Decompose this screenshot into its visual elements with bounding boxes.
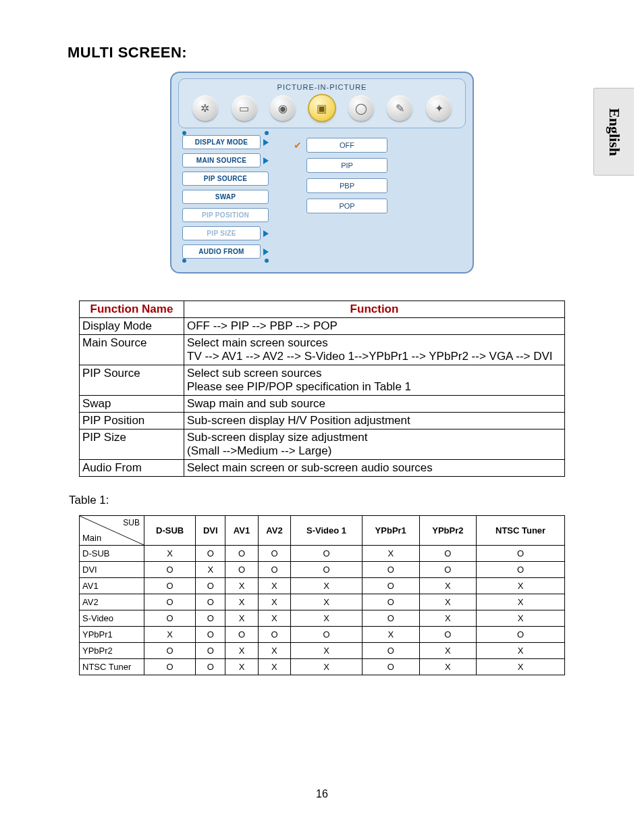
matrix-cell: O <box>362 643 419 659</box>
menu-item-label: SWAP <box>182 190 269 204</box>
fn-desc-cell: Select sub screen sourcesPlease see PIP/… <box>184 365 565 396</box>
option-row[interactable]: PBP <box>293 178 387 193</box>
matrix-row-header: DVI <box>80 562 144 578</box>
menu-item[interactable]: PIP POSITION <box>182 208 269 222</box>
table-row: Display ModeOFF --> PIP --> PBP --> POP <box>80 318 565 335</box>
matrix-cell: X <box>258 578 290 594</box>
table-row: PIP SizeSub-screen display size adjustme… <box>80 429 565 460</box>
matrix-cell: O <box>258 546 290 562</box>
matrix-col-header: NTSC Tuner <box>477 516 565 546</box>
matrix-cell: X <box>225 659 258 675</box>
matrix-row-header: AV2 <box>80 594 144 610</box>
option-label: PIP <box>306 158 387 173</box>
matrix-cell: O <box>291 546 363 562</box>
matrix-cell: O <box>362 594 419 610</box>
table-row: S-VideoOOXXXOXX <box>80 610 565 627</box>
option-row[interactable]: PIP <box>293 158 387 173</box>
matrix-cell: O <box>477 627 565 643</box>
matrix-cell: O <box>196 659 225 675</box>
menu-item[interactable]: AUDIO FROM <box>182 244 269 259</box>
option-row[interactable]: ✔OFF <box>293 138 387 153</box>
table-row: Main SourceSelect main screen sourcesTV … <box>80 335 565 365</box>
fn-name-cell: PIP Position <box>80 413 184 429</box>
table-row: PIP PositionSub-screen display H/V Posit… <box>80 413 565 429</box>
matrix-cell: X <box>291 659 363 675</box>
option-row[interactable]: POP <box>293 199 387 213</box>
corner-dot-icon <box>265 259 269 263</box>
matrix-cell: X <box>144 627 196 643</box>
matrix-cell: O <box>291 562 363 578</box>
matrix-cell: O <box>258 627 290 643</box>
menu-item[interactable]: DISPLAY MODE <box>182 135 269 149</box>
picture-mode-icon[interactable]: ✲ <box>192 95 218 121</box>
corner-dot-icon <box>182 259 186 263</box>
option-label: OFF <box>306 138 387 153</box>
audio-icon[interactable]: ◉ <box>270 95 296 121</box>
matrix-cell: X <box>419 643 477 659</box>
matrix-cell: O <box>419 562 477 578</box>
matrix-cell: O <box>419 627 477 643</box>
menu-item-label: MAIN SOURCE <box>182 153 261 167</box>
menu-item[interactable]: PIP SIZE <box>182 226 269 240</box>
menu-item-label: PIP SOURCE <box>182 172 269 186</box>
matrix-cell: X <box>477 578 565 594</box>
matrix-cell: X <box>477 643 565 659</box>
table-row: NTSC TunerOOXXXOXX <box>80 659 565 675</box>
tools-icon[interactable]: ✎ <box>387 95 412 121</box>
table-row: Audio FromSelect main screen or sub-scre… <box>80 460 565 477</box>
option-label: PBP <box>306 178 387 193</box>
submenu-arrow-icon <box>263 157 269 164</box>
matrix-cell: X <box>225 578 258 594</box>
menu-item[interactable]: PIP SOURCE <box>182 172 269 186</box>
option-label: POP <box>306 199 387 213</box>
matrix-cell: X <box>419 578 477 594</box>
matrix-cell: X <box>144 546 196 562</box>
fn-name-cell: PIP Source <box>80 365 184 396</box>
matrix-diag-header: SUB Main <box>80 516 144 546</box>
misc-icon[interactable]: ✦ <box>426 95 452 121</box>
matrix-sub-label: SUB <box>123 518 140 527</box>
menu-item-label: DISPLAY MODE <box>182 135 261 149</box>
fn-name-cell: Audio From <box>80 460 184 477</box>
matrix-cell: X <box>258 594 290 610</box>
table-row: D-SUBXOOOOXOO <box>80 546 565 562</box>
matrix-col-header: YPbPr1 <box>362 516 419 546</box>
matrix-cell: X <box>419 659 477 675</box>
matrix-cell: X <box>225 594 258 610</box>
screen-adjust-icon[interactable]: ▭ <box>232 95 257 121</box>
matrix-cell: X <box>225 643 258 659</box>
menu-item-label: PIP POSITION <box>182 208 269 222</box>
matrix-cell: X <box>196 562 225 578</box>
matrix-cell: O <box>144 594 196 610</box>
matrix-row-header: NTSC Tuner <box>80 659 144 675</box>
function-table: Function Name Function Display ModeOFF -… <box>79 301 565 477</box>
option-check-icon <box>293 161 302 170</box>
fn-desc-cell: Select main screen sourcesTV --> AV1 -->… <box>184 335 565 365</box>
submenu-arrow-icon <box>263 230 269 237</box>
menu-item[interactable]: MAIN SOURCE <box>182 153 269 167</box>
matrix-cell: O <box>144 562 196 578</box>
corner-dot-icon <box>265 131 269 135</box>
matrix-cell: O <box>144 610 196 627</box>
matrix-cell: O <box>362 578 419 594</box>
fn-name-cell: PIP Size <box>80 429 184 460</box>
option-check-icon <box>293 201 302 211</box>
matrix-cell: X <box>291 643 363 659</box>
matrix-row-header: D-SUB <box>80 546 144 562</box>
compatibility-matrix: SUB Main D-SUBDVIAV1AV2S-Video 1YPbPr1YP… <box>79 515 565 675</box>
matrix-cell: X <box>419 610 477 627</box>
matrix-cell: O <box>225 546 258 562</box>
table-row: AV1OOXXXOXX <box>80 578 565 594</box>
fn-desc-cell: Select main screen or sub-screen audio s… <box>184 460 565 477</box>
matrix-cell: O <box>196 546 225 562</box>
pip-icon[interactable]: ▣ <box>309 95 335 121</box>
geometry-icon[interactable]: ◯ <box>348 95 374 121</box>
fn-desc-cell: OFF --> PIP --> PBP --> POP <box>184 318 565 335</box>
language-label: English <box>606 108 623 156</box>
table-row: DVIOXOOOOOO <box>80 562 565 578</box>
matrix-cell: X <box>477 659 565 675</box>
matrix-cell: O <box>258 562 290 578</box>
submenu-arrow-icon <box>263 139 269 146</box>
menu-item[interactable]: SWAP <box>182 190 269 204</box>
fn-desc-cell: Sub-screen display H/V Position adjustme… <box>184 413 565 429</box>
